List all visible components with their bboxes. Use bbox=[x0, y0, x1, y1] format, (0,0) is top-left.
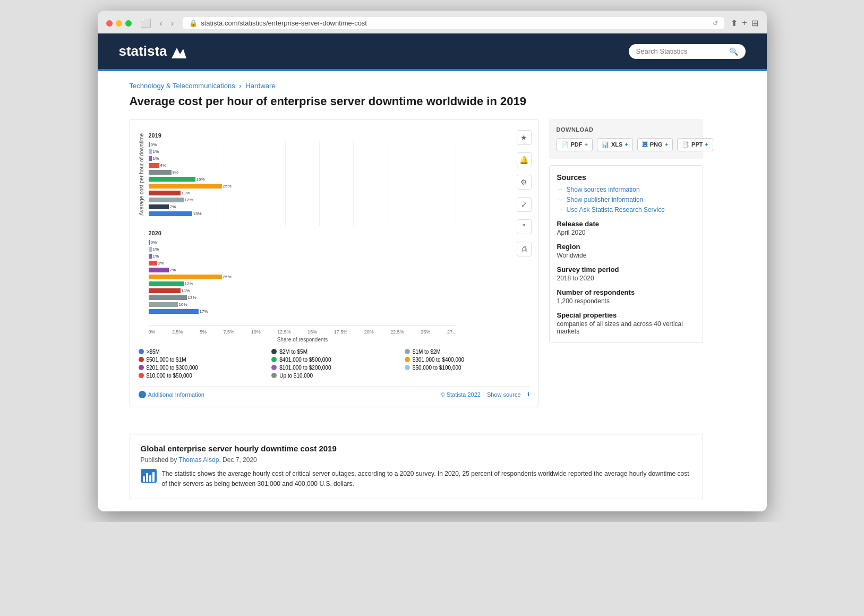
address-bar[interactable]: 🔒 statista.com/statistics/enterprise-ser… bbox=[183, 17, 724, 29]
additional-info[interactable]: i Additional Information bbox=[139, 391, 204, 398]
breadcrumb-sep: › bbox=[239, 82, 241, 90]
pdf-label: PDF bbox=[571, 141, 583, 148]
bar-2019-10: 7% bbox=[149, 204, 176, 210]
show-source-icon: ℹ bbox=[527, 391, 529, 398]
browser-actions: ⬆ + ⊞ bbox=[731, 18, 758, 28]
release-date-value: April 2020 bbox=[557, 229, 695, 236]
quote-button[interactable]: " bbox=[517, 219, 532, 234]
x-axis-line bbox=[149, 326, 457, 326]
thumb-bar-3 bbox=[149, 475, 151, 482]
chart-legend: >$5M $2M to $5M $1M to $2M $501,000 bbox=[139, 349, 529, 379]
show-source-link[interactable]: Show source bbox=[487, 391, 521, 398]
article-date: Dec 7, 2020 bbox=[223, 456, 257, 464]
chart-area: Average cost per hour of downtime 2019 bbox=[139, 128, 503, 343]
legend-dot-3 bbox=[405, 349, 410, 354]
breadcrumb: Technology & Telecommunications › Hardwa… bbox=[130, 82, 703, 90]
minimize-button[interactable] bbox=[116, 20, 122, 27]
refresh-icon[interactable]: ↺ bbox=[713, 20, 718, 27]
page-title: Average cost per hour of enterprise serv… bbox=[130, 94, 703, 109]
download-buttons: 📄 PDF + 📊 XLS + 🖼 PNG bbox=[557, 138, 696, 151]
legend-label-5: $401,000 to $500,000 bbox=[279, 357, 331, 363]
print-button[interactable]: ⎙ bbox=[517, 242, 532, 256]
year-label-2020: 2020 bbox=[149, 230, 503, 236]
special-props-label: Special properties bbox=[557, 311, 695, 319]
arrow-icon-2: → bbox=[557, 196, 563, 203]
arrow-icon-1: → bbox=[557, 186, 563, 193]
release-date-label: Release date bbox=[557, 220, 695, 228]
bar-2020-10: 10% bbox=[149, 302, 187, 307]
legend-dot-10 bbox=[139, 373, 144, 378]
settings-button[interactable]: ⚙ bbox=[517, 175, 532, 190]
bell-button[interactable]: 🔔 bbox=[517, 152, 532, 167]
share-icon[interactable]: ⬆ bbox=[731, 18, 738, 28]
download-xls-button[interactable]: 📊 XLS + bbox=[597, 138, 633, 151]
ask-statista-link[interactable]: → Use Ask Statista Research Service bbox=[557, 206, 695, 213]
author-link[interactable]: Thomas Alsop bbox=[178, 456, 219, 464]
breadcrumb-hardware[interactable]: Hardware bbox=[245, 82, 275, 90]
main-content: Technology & Telecommunications › Hardwa… bbox=[98, 71, 735, 423]
legend-dot-9 bbox=[405, 365, 410, 370]
site-logo[interactable]: statista bbox=[119, 43, 186, 59]
png-plus-icon: + bbox=[665, 141, 668, 148]
bar-2019-5: 8% bbox=[149, 169, 179, 175]
pdf-plus-icon: + bbox=[585, 141, 588, 148]
bar-2020-9: 13% bbox=[149, 295, 196, 301]
bar-2020-6: 25% bbox=[149, 274, 232, 280]
sources-link-label-2[interactable]: Show publisher information bbox=[567, 196, 644, 203]
article-title: Global enterprise server hourly downtime… bbox=[141, 444, 692, 453]
special-props-value: companies of all sizes and across 40 ver… bbox=[557, 320, 695, 335]
legend-dot-8 bbox=[271, 365, 277, 370]
article-meta: Published by Thomas Alsop, Dec 7, 2020 bbox=[141, 456, 692, 464]
bar-2020-2: 1% bbox=[149, 246, 159, 252]
bar-2020-3: 1% bbox=[149, 253, 159, 259]
share-button[interactable]: ⤢ bbox=[517, 197, 532, 212]
article-text: The statistic shows the average hourly c… bbox=[162, 469, 692, 489]
additional-info-label[interactable]: Additional Information bbox=[148, 391, 204, 398]
legend-item-1: >$5M bbox=[139, 349, 263, 355]
star-button[interactable]: ★ bbox=[517, 130, 532, 145]
thumb-bar-4 bbox=[152, 472, 155, 482]
search-bar[interactable]: 🔍 bbox=[629, 44, 746, 59]
y-axis-label: Average cost per hour of downtime bbox=[139, 133, 144, 216]
sources-link-label-3[interactable]: Use Ask Statista Research Service bbox=[567, 206, 665, 213]
download-box: DOWNLOAD 📄 PDF + 📊 XLS + bbox=[549, 119, 703, 159]
legend-item-5: $401,000 to $500,000 bbox=[271, 357, 396, 363]
sidebar-toggle-icon[interactable]: ⬜ bbox=[138, 17, 154, 29]
legend-item-7: $201,000 to $300,000 bbox=[139, 365, 263, 371]
bar-2019-6: 16% bbox=[149, 176, 205, 182]
download-png-button[interactable]: 🖼 PNG + bbox=[637, 138, 673, 151]
show-sources-link[interactable]: → Show sources information bbox=[557, 186, 695, 193]
sources-title: Sources bbox=[557, 173, 695, 182]
bar-2019-4: 4% bbox=[149, 162, 167, 168]
close-button[interactable] bbox=[106, 20, 113, 27]
maximize-button[interactable] bbox=[125, 20, 132, 27]
download-ppt-button[interactable]: 📑 PPT + bbox=[677, 138, 713, 151]
logo-text: statista bbox=[119, 43, 167, 59]
release-date-row: Release date April 2020 bbox=[557, 220, 695, 236]
bar-2019-7: 25% bbox=[149, 183, 232, 189]
legend-item-10: $10,000 to $50,000 bbox=[139, 373, 263, 379]
extensions-icon[interactable]: ⊞ bbox=[751, 18, 758, 28]
back-icon[interactable]: ‹ bbox=[157, 18, 165, 29]
new-tab-icon[interactable]: + bbox=[742, 18, 747, 28]
legend-dot-7 bbox=[139, 365, 144, 370]
forward-icon[interactable]: › bbox=[168, 18, 176, 29]
download-pdf-button[interactable]: 📄 PDF + bbox=[557, 138, 593, 151]
legend-dot-5 bbox=[271, 357, 277, 362]
region-row: Region Worldwide bbox=[557, 243, 695, 259]
bar-2019-9: 12% bbox=[149, 197, 193, 203]
bar-2020-7: 12% bbox=[149, 281, 193, 287]
thumb-bar-2 bbox=[146, 473, 148, 482]
legend-dot-2 bbox=[271, 349, 277, 354]
window-controls bbox=[106, 20, 132, 27]
ppt-icon: 📑 bbox=[682, 141, 689, 148]
bar-2019-8: 11% bbox=[149, 190, 190, 196]
search-input[interactable] bbox=[636, 47, 726, 55]
xls-icon: 📊 bbox=[602, 141, 609, 148]
breadcrumb-tech[interactable]: Technology & Telecommunications bbox=[130, 82, 235, 90]
search-icon[interactable]: 🔍 bbox=[729, 47, 738, 56]
sources-link-label-1[interactable]: Show sources information bbox=[567, 186, 640, 193]
legend-label-3: $1M to $2M bbox=[413, 349, 441, 355]
bar-2019-3: 1% bbox=[149, 156, 159, 161]
show-publisher-link[interactable]: → Show publisher information bbox=[557, 196, 695, 203]
